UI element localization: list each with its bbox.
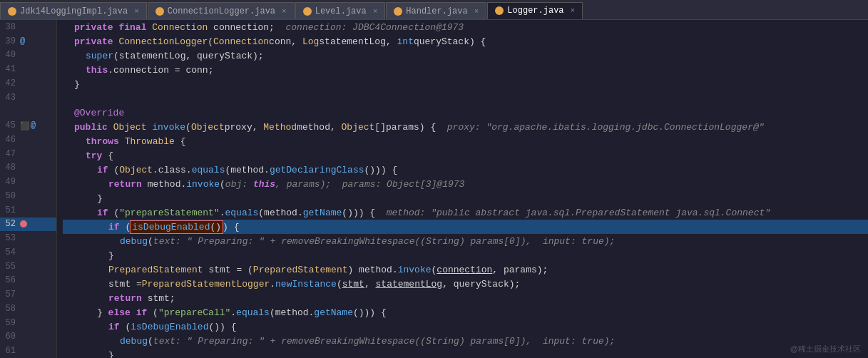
gutter-line-48: 48 — [0, 161, 56, 175]
line-num-58: 58 — [0, 304, 20, 314]
gutter-line-42: 42 — [0, 76, 56, 91]
tab-close-logger[interactable]: × — [571, 6, 576, 15]
gutter-line-38: 38 — [0, 20, 56, 34]
tab-handler[interactable]: Handler.java × — [386, 2, 486, 19]
gutter-line-39: 39 @ — [0, 34, 56, 48]
gutter-icons-45: ⬛ @ — [20, 121, 40, 131]
debug-highlight-52: isDebugEnabled() — [131, 221, 223, 233]
line-num-50: 50 — [0, 191, 20, 201]
line-num-61: 61 — [0, 346, 20, 356]
gutter: 38 39 @ 40 41 42 43 — [0, 20, 57, 358]
code-line-54: } — [63, 248, 868, 262]
code-line-53: debug( text: " Preparing: " + removeBrea… — [63, 234, 868, 248]
gutter-line-43: 43 — [0, 91, 56, 105]
tab-label-level: Level.java — [315, 6, 367, 16]
gutter-line-53: 53 — [0, 231, 56, 245]
code-line-61: } — [63, 348, 868, 358]
tab-logger[interactable]: Logger.java × — [487, 2, 583, 19]
line-num-52: 52 — [0, 219, 20, 229]
keyword-final: final — [118, 22, 146, 33]
code-line-40: super(statementLog, queryStack); — [63, 48, 868, 63]
line-num-56: 56 — [0, 275, 20, 285]
keyword-private: private — [74, 22, 113, 33]
tab-close-handler[interactable]: × — [474, 7, 479, 16]
line-num-40: 40 — [0, 50, 20, 60]
gutter-line-41: 41 — [0, 62, 56, 76]
code-line-43 — [63, 91, 868, 106]
code-line-57: return stmt; — [63, 291, 868, 305]
at-icon-39: @ — [20, 36, 25, 46]
hint-debug-53: text: " Preparing: " + removeBreakingWhi… — [153, 236, 616, 247]
field-connection: connection; — [213, 22, 275, 33]
tab-close-level[interactable]: × — [373, 7, 378, 16]
watermark: @稀土掘金技术社区 — [790, 344, 861, 354]
breakpoint-icon-52[interactable] — [20, 220, 27, 227]
line-num-48: 48 — [0, 163, 20, 173]
code-line-42: } — [63, 77, 868, 91]
gutter-line-54: 54 — [0, 245, 56, 260]
code-line-52: if (isDebugEnabled()) { — [63, 220, 868, 234]
tab-level[interactable]: Level.java × — [295, 2, 386, 19]
gutter-line-47: 47 — [0, 147, 56, 161]
code-line-59: if (isDebugEnabled()) { — [63, 319, 868, 334]
tab-icon-jdk14 — [8, 7, 16, 16]
brace-50: } — [97, 193, 103, 204]
gutter-line-59: 59 — [0, 316, 56, 330]
code-line-50: } — [63, 191, 868, 205]
tab-close-jdk14[interactable]: × — [134, 7, 139, 16]
brace-42: } — [74, 79, 80, 90]
code-area: private final Connection connection; con… — [57, 20, 868, 358]
line-num-46: 46 — [0, 135, 20, 145]
kw-if-51: if — [97, 208, 108, 218]
gutter-icons-52 — [20, 220, 40, 227]
gutter-line-55: 55 — [0, 260, 56, 274]
tab-connlogger[interactable]: ConnectionLogger.java × — [148, 2, 295, 19]
method-invoke-45: invoke — [152, 122, 185, 133]
code-line-39: private ConnectionLogger(Connection conn… — [63, 34, 868, 48]
type-connection: Connection — [152, 22, 208, 33]
kw-public-45: public — [74, 122, 108, 133]
code-line-41: this.connection = conn; — [63, 63, 868, 77]
tab-icon-logger — [495, 6, 504, 15]
kw-if-48: if — [97, 165, 108, 175]
line-num-42: 42 — [0, 78, 20, 88]
code-line-annotation: @Override — [63, 106, 868, 120]
kw-try-47: try — [86, 150, 102, 161]
code-line-56: stmt = PreparedStatementLogger.newInstan… — [63, 277, 868, 291]
code-line-55: PreparedStatement stmt = (PreparedStatem… — [63, 262, 868, 277]
gutter-line-61: 61 — [0, 344, 56, 358]
code-line-38: private final Connection connection; con… — [63, 20, 868, 34]
gutter-line-57: 57 — [0, 287, 56, 302]
method-super: super — [86, 51, 113, 61]
code-line-46: throws Throwable { — [63, 134, 868, 148]
hint-method-51: method: "public abstract java.sql.Prepar… — [375, 208, 770, 218]
gutter-line-51: 51 — [0, 203, 56, 218]
kw-return-49: return — [108, 179, 142, 190]
line-num-49: 49 — [0, 177, 20, 187]
hint-connection: connection: JDBC4Connection@1973 — [275, 22, 464, 33]
gutter-line-49: 49 — [0, 175, 56, 189]
gutter-line-60: 60 — [0, 330, 56, 344]
kw-this-41: this — [86, 65, 108, 76]
tab-label-handler: Handler.java — [406, 6, 467, 16]
code-line-47: try { — [63, 148, 868, 163]
tab-icon-connlogger — [155, 7, 164, 16]
tab-label-jdk14: Jdk14LoggingImpl.java — [20, 6, 128, 16]
line-num-54: 54 — [0, 247, 20, 257]
type-connlogger-39: ConnectionLogger — [118, 36, 208, 47]
type-object-45: Object — [113, 122, 147, 133]
hint-debug-60: text: " Preparing: " + removeBreakingWhi… — [153, 336, 616, 347]
line-num-45: 45 — [0, 121, 20, 131]
tab-close-connlogger[interactable]: × — [282, 7, 287, 16]
method-debug-53: debug — [120, 236, 148, 247]
at-icon-45: @ — [31, 121, 36, 131]
editor: 38 39 @ 40 41 42 43 — [0, 20, 868, 358]
gutter-line-44 — [0, 105, 56, 119]
line-num-59: 59 — [0, 318, 20, 328]
line-num-57: 57 — [0, 290, 20, 300]
line-num-43: 43 — [0, 93, 20, 103]
brace-54: } — [108, 250, 114, 261]
line-num-38: 38 — [0, 22, 20, 32]
tab-jdk14[interactable]: Jdk14LoggingImpl.java × — [0, 2, 147, 19]
line-num-39: 39 — [0, 36, 20, 46]
